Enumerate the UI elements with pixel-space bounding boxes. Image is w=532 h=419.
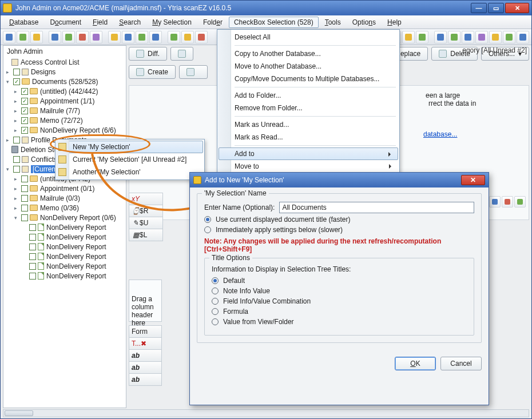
tool-icon[interactable] [90,31,102,43]
radio-use-current-title[interactable] [204,216,211,223]
database-link[interactable]: database... [423,130,457,138]
submenu-another-selection[interactable]: Another 'My Selection' [57,166,203,178]
tree-ndr-item[interactable]: NonDelivery Report [3,252,126,261]
tree-mailrule[interactable]: ▸Mailrule (7/7) [3,106,126,115]
grid-header[interactable]: xY [129,193,163,205]
tool-icon[interactable] [489,196,501,207]
tree-memo[interactable]: ▸Memo (72/72) [3,115,126,125]
selection-name-input[interactable] [279,202,474,213]
create-button[interactable]: Create [129,65,176,79]
tool-icon[interactable] [402,31,415,43]
diff-button[interactable]: Diff. [129,47,167,61]
tool-icon[interactable] [434,31,447,43]
radio-view-folder[interactable] [212,318,219,325]
menu-copymove-multi[interactable]: Copy/Move Documents to Multiple Database… [219,73,398,85]
menu-tools[interactable]: Tools [320,17,346,28]
tool-icon[interactable] [475,31,488,43]
menu-my-selection[interactable]: My Selection [147,17,197,28]
grid-header[interactable]: Form [129,325,162,338]
tree-designs[interactable]: ▸Designs [3,67,126,77]
grid-row[interactable]: ab [129,373,162,386]
tool-icon[interactable] [136,31,148,43]
tree-ndr-item[interactable]: NonDelivery Report [3,242,126,252]
grid-row[interactable]: ab [129,361,162,374]
grid-row[interactable]: ab [129,349,162,362]
minimize-button[interactable]: — [471,3,487,13]
trash-icon [11,146,18,153]
maximize-button[interactable]: ▭ [488,3,504,13]
tool-icon[interactable] [149,31,162,43]
tree-acl[interactable]: Access Control List [3,57,126,67]
tool-icon[interactable] [122,31,134,43]
tree-sub-ndr[interactable]: ▾NonDelivery Report (0/6) [3,213,126,222]
tree-ndr-item[interactable]: NonDelivery Report [3,232,126,242]
grid-row[interactable]: ▦$L [129,229,163,241]
menu-deselect-all[interactable]: Deselect All [219,31,398,43]
radio-apply-settings[interactable] [204,226,211,233]
tree-ndr[interactable]: ▸NonDelivery Report (6/6) [3,125,126,135]
radio-field-info[interactable] [212,298,219,305]
tree-ndr-item[interactable]: NonDelivery Report [3,222,126,232]
radio-note-info[interactable] [212,288,219,294]
tool-icon[interactable] [514,196,526,207]
tool-icon[interactable] [502,196,513,207]
menu-document[interactable]: Document [45,17,86,28]
delete-icon [439,50,447,58]
tool-icon[interactable] [489,31,502,43]
menu-field[interactable]: Field [88,17,113,28]
tool-icon[interactable] [195,31,208,43]
navigation-tree[interactable]: John Admin Access Control List ▸Designs … [3,45,126,408]
dialog-close-button[interactable]: ✕ [461,175,485,185]
grid-row[interactable]: ⌚$R [129,205,163,217]
tool-icon[interactable] [448,31,460,43]
menu-mark-read[interactable]: Mark as Read... [219,131,398,143]
group-drop-area[interactable]: Drag a column header here [129,280,162,322]
horizontal-scrollbar[interactable] [3,409,529,417]
cancel-button[interactable]: Cancel [440,357,482,370]
tree-ndr-item[interactable]: NonDelivery Report [3,261,126,271]
tree-ndr-item[interactable]: NonDelivery Report [3,271,126,281]
tree-untitled[interactable]: ▸(untitled) (442/442) [3,86,126,96]
tool-icon[interactable] [462,31,474,43]
radio-formula[interactable] [212,308,219,315]
menu-move-db[interactable]: Move to Another Database... [219,60,398,73]
tool-icon[interactable] [76,31,89,43]
tool-icon[interactable] [62,31,75,43]
menu-search[interactable]: Search [114,17,146,28]
tool-icon[interactable] [168,31,180,43]
radio-default[interactable] [212,277,219,284]
menu-checkbox-selection[interactable]: CheckBox Selection (528) [229,17,319,28]
menu-add-folder[interactable]: Add to Folder... [219,89,398,102]
tree-documents[interactable]: ▾Documents (528/528) [3,77,126,86]
values-button[interactable] [170,47,193,61]
tool-icon[interactable] [30,31,43,43]
menu-remove-folder[interactable]: Remove from Folder... [219,102,398,114]
menu-folder[interactable]: Folder [198,17,228,28]
tree-sub-memo[interactable]: ▸Memo (0/36) [3,203,126,213]
tool-icon[interactable] [503,31,515,43]
scrollbar-thumb[interactable] [5,410,33,416]
tool-icon[interactable] [416,31,428,43]
menu-database[interactable]: Database [4,17,43,28]
tool-icon[interactable] [108,31,121,43]
menu-add-to[interactable]: Add to [219,147,398,160]
menu-help[interactable]: Help [382,17,407,28]
tool-icon[interactable] [17,31,29,43]
grid-row[interactable]: T...✖ [129,337,162,350]
tool-icon[interactable] [3,31,15,43]
tree-appointment[interactable]: ▸Appointment (1/1) [3,96,126,106]
menu-options[interactable]: Options [347,17,381,28]
rename-button[interactable] [179,65,208,79]
tree-sub-appointment[interactable]: ▸Appointment (0/1) [3,183,126,193]
menu-mark-unread[interactable]: Mark as Unread... [219,118,398,131]
tool-icon[interactable] [517,31,529,43]
grid-row[interactable]: ✎$U [129,217,163,229]
tree-sub-mailrule[interactable]: ▸Mailrule (0/3) [3,193,126,203]
tool-icon[interactable] [49,31,61,43]
close-button[interactable]: ✕ [505,3,529,13]
menu-copy-db[interactable]: Copy to Another Database... [219,47,398,60]
submenu-current-selection[interactable]: Current 'My Selection' [All Unread #2] [57,153,203,166]
menu-move-to[interactable]: Move to [219,160,398,173]
tool-icon[interactable] [181,31,194,43]
ok-button[interactable]: OK [395,357,436,370]
